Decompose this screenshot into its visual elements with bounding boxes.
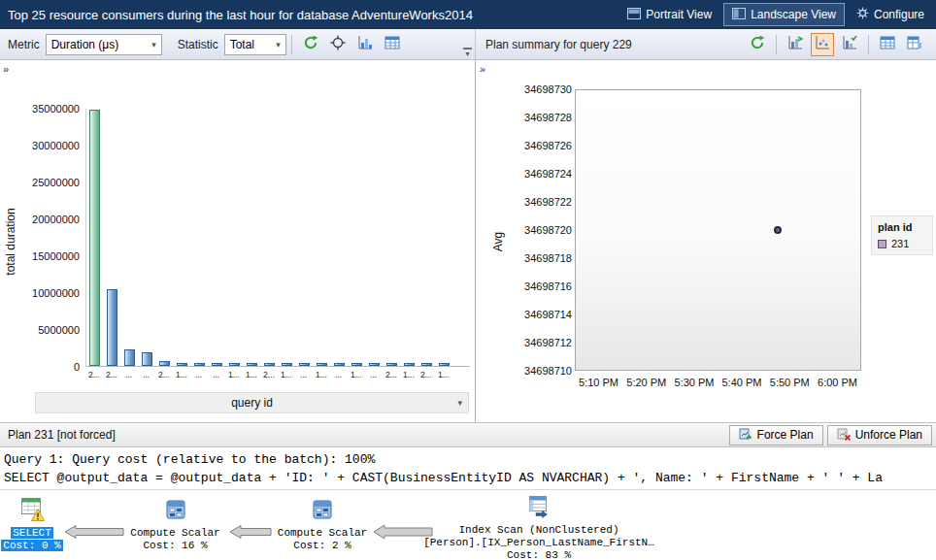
compute-scalar-operator[interactable]: Compute Scalar Cost: 2 %	[274, 498, 371, 552]
query-bar[interactable]	[264, 363, 275, 366]
plan-data-point[interactable]	[774, 226, 782, 234]
x-tick-label: 1...	[351, 370, 361, 379]
x-tick-label: 1...	[281, 370, 291, 379]
query-bar[interactable]	[351, 363, 362, 366]
x-tick-label: 1...	[438, 370, 449, 379]
query-bar[interactable]	[107, 289, 117, 366]
x-tick-label: 2...	[420, 370, 431, 379]
legend-swatch-icon	[878, 240, 886, 248]
portrait-view-button[interactable]: Portrait View	[618, 3, 720, 26]
query-bar[interactable]	[177, 363, 187, 366]
index-scan-operator[interactable]: Index Scan (NonClustered) [Person].[IX_P…	[400, 493, 678, 560]
toolbar-separator	[776, 35, 777, 54]
forced-plans-icon	[842, 35, 857, 54]
collapse-panel-icon[interactable]: »	[480, 63, 485, 75]
x-tick-label: 6:00 PM	[818, 377, 857, 388]
plan-arrow[interactable]	[229, 521, 272, 543]
refresh-button[interactable]	[299, 33, 322, 56]
x-tick-label: 1...	[228, 370, 239, 379]
compute-scalar-operator[interactable]: Compute Scalar Cost: 16 %	[124, 498, 226, 552]
query-bar[interactable]	[439, 363, 450, 366]
x-tick-label: 1...	[246, 370, 256, 379]
unforce-plan-label: Unforce Plan	[855, 428, 922, 442]
y-tick-label: 34698726	[524, 140, 572, 151]
y-tick-label: 34698718	[524, 252, 572, 264]
compute-scalar-icon	[164, 498, 187, 525]
query-bar[interactable]	[282, 363, 292, 366]
operator-name: SELECT	[11, 527, 53, 539]
configure-button[interactable]: Configure	[848, 3, 933, 26]
toolbar: Metric Duration (μs) ▾ Statistic Total ▾	[0, 29, 936, 60]
query-bar[interactable]	[317, 363, 327, 366]
query-bar[interactable]	[299, 363, 310, 366]
toolbar-overflow-button[interactable]: ▾	[463, 48, 472, 57]
x-tick-label: 5:30 PM	[675, 377, 715, 388]
plan-label: Plan 231 [not forced]	[0, 428, 729, 442]
query-bar[interactable]	[159, 361, 170, 366]
operator-cost: Cost: 16 %	[143, 540, 207, 552]
view-chart-button[interactable]	[353, 33, 377, 56]
view-grid-button[interactable]	[381, 33, 404, 56]
bar-xlabels: 2...2.........2...1.........1...1...2...…	[85, 370, 470, 379]
y-tick-label: 34698730	[524, 83, 572, 95]
query-bar[interactable]	[89, 110, 100, 366]
bar-yticks: 3500000030000000250000002000000015000000…	[19, 109, 80, 367]
unforce-plan-button[interactable]: Unforce Plan	[827, 425, 932, 445]
y-tick-label: 34698720	[524, 224, 572, 236]
operator-name: Index Scan (NonClustered)	[458, 524, 618, 537]
plan-arrow[interactable]	[64, 521, 124, 543]
query-bar[interactable]	[334, 363, 345, 366]
compare-plans-button[interactable]	[784, 33, 807, 56]
select-operator[interactable]: SELECT Cost: 0 %	[2, 496, 62, 552]
bar-chart-icon	[357, 35, 373, 54]
query-bar[interactable]	[212, 363, 222, 366]
query-bar[interactable]	[142, 352, 152, 366]
plan-header-bar: Plan 231 [not forced] Force Plan Unforce…	[0, 422, 936, 447]
legend-item[interactable]: 231	[878, 238, 926, 249]
landscape-view-button[interactable]: Landscape View	[723, 3, 845, 26]
collapse-panel-icon[interactable]: »	[3, 63, 9, 75]
x-axis-selector[interactable]: query id ▾	[35, 392, 469, 413]
scatter-xticks: 5:10 PM5:20 PM5:30 PM5:40 PM5:50 PM6:00 …	[575, 377, 861, 390]
refresh-icon	[303, 35, 318, 54]
select-operator-icon	[19, 496, 45, 525]
crosshair-icon	[330, 35, 346, 54]
plan-grid-view-button[interactable]	[876, 33, 899, 56]
query-bar[interactable]	[369, 363, 380, 366]
extra-view-button[interactable]	[903, 33, 926, 56]
legend-label: 231	[891, 238, 909, 249]
operator-cost: Cost: 0 %	[1, 540, 62, 551]
charts-area: » total duration 35000000300000002500000…	[0, 60, 936, 422]
refresh-plan-summary-button[interactable]	[746, 33, 769, 56]
forced-plans-button[interactable]	[838, 33, 861, 56]
x-axis-title: query id	[231, 396, 273, 410]
query-bar[interactable]	[247, 363, 257, 366]
operator-cost: Cost: 83 %	[507, 549, 571, 560]
query-bar[interactable]	[194, 363, 205, 366]
track-query-button[interactable]	[326, 33, 350, 56]
landscape-view-label: Landscape View	[751, 8, 836, 21]
portrait-view-icon	[627, 8, 641, 22]
y-tick-label: 0	[74, 361, 80, 373]
query-bar[interactable]	[386, 363, 397, 366]
metric-select[interactable]: Duration (μs) ▾	[46, 34, 162, 55]
refresh-icon	[750, 35, 765, 54]
query-bar[interactable]	[421, 363, 432, 366]
execution-plan-diagram: SELECT Cost: 0 % Compute Scalar Cost: 16…	[0, 490, 936, 560]
plan-summary-chart-button[interactable]	[811, 33, 834, 56]
query-bar[interactable]	[124, 349, 135, 366]
x-tick-label: ...	[211, 370, 221, 379]
statistic-select[interactable]: Total ▾	[224, 34, 286, 55]
force-plan-button[interactable]: Force Plan	[729, 425, 823, 445]
x-tick-label: 2...	[158, 370, 169, 379]
y-tick-label: 34698712	[524, 337, 572, 348]
toolbar-right: Plan summary for query 229	[476, 29, 936, 59]
query-bar[interactable]	[404, 363, 415, 366]
y-tick-label: 34698722	[524, 196, 572, 208]
chevron-down-icon: ▾	[276, 40, 281, 49]
y-tick-label: 34698728	[524, 112, 572, 123]
index-scan-icon	[526, 493, 552, 522]
operator-object: [Person].[IX_Person_LastName_FirstN…	[423, 537, 654, 549]
toolbar-separator	[291, 35, 292, 54]
query-bar[interactable]	[229, 363, 240, 366]
